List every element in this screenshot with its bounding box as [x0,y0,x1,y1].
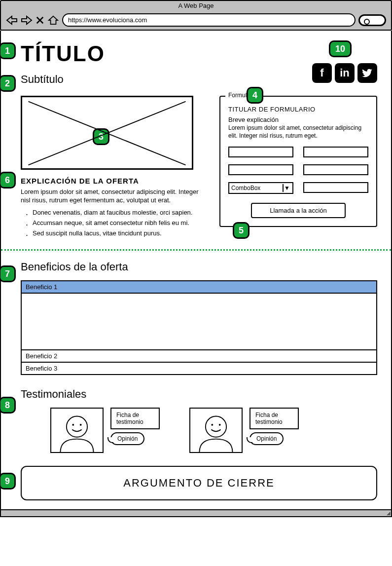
svg-point-0 [67,416,87,437]
testimonial-ficha: Ficha de testimonio [110,408,160,429]
cta-button[interactable]: Llamada a la acción [251,203,346,218]
offer-bullet: Donec venenatis, diam at faucibus molest… [33,209,208,217]
nav-home-icon[interactable] [47,15,59,25]
benefits-heading: Beneficios de la oferta [21,261,377,273]
testimonial-ficha: Ficha de testimonio [249,408,299,429]
benefit-body-1 [21,293,377,350]
form-input-4[interactable] [303,164,368,175]
nav-forward-icon[interactable] [21,15,33,25]
offer-bullet: Accumsan neque, sit amet consectetur nib… [33,219,208,227]
form-input-5[interactable] [303,182,368,193]
annotation-badge-10: 10 [329,40,352,57]
form-input-3[interactable] [228,164,293,175]
form-input-2[interactable] [303,147,368,157]
offer-heading: EXPLICACIÓN DE LA OFERTA [21,177,208,185]
avatar-icon [189,408,243,453]
form-combobox[interactable]: ComboBox ▼ [228,182,293,194]
page-content: 1 2 3 4 5 6 7 8 9 10 TÍTULO f in Subtítu… [0,31,392,510]
address-bar[interactable]: https://www.evoluciona.com [62,13,356,27]
form-title: TITULAR DE FORMULARIO [228,106,368,113]
closing-argument: ARGUMENTO DE CIERRE [21,466,377,500]
facebook-icon[interactable]: f [312,63,332,83]
svg-point-4 [211,424,213,426]
page-title: TÍTULO [21,41,377,66]
offer-text: Lorem ipsum dolor sit amet, consectetur … [21,188,208,205]
svg-point-3 [206,416,226,437]
annotation-badge-6: 6 [0,172,16,189]
testimonial-card: Ficha de testimonio Opinión [189,408,299,453]
benefit-item-2[interactable]: Beneficio 2 [21,350,377,362]
chevron-down-icon: ▼ [283,184,290,192]
social-bar: f in [312,63,377,83]
testimonial-opinion: Opinión [110,432,144,445]
testimonials-row: Ficha de testimonio Opinión Ficha de tes… [50,408,377,453]
testimonials-heading: Testimoniales [21,388,377,401]
benefit-item-3[interactable]: Beneficio 3 [21,362,377,375]
offer-bullet: Sed suscipit nulla lacus, vitae tincidun… [33,229,208,238]
image-placeholder [21,96,193,170]
window-footer: ◢ [0,510,392,517]
annotation-badge-2: 2 [0,75,16,92]
offer-bullets: Donec venenatis, diam at faucibus molest… [33,209,208,238]
form-input-1[interactable] [228,147,293,157]
svg-point-2 [80,424,82,426]
benefit-item-1[interactable]: Beneficio 1 [21,281,377,293]
testimonial-opinion: Opinión [249,432,284,445]
annotation-badge-4: 4 [247,87,263,104]
form-panel: Formulario TITULAR DE FORMULARIO Breve e… [219,96,377,227]
annotation-badge-5: 5 [233,222,249,239]
annotation-badge-8: 8 [0,397,16,414]
twitter-icon[interactable] [357,63,377,83]
annotation-badge-7: 7 [0,265,16,282]
combobox-label: ComboBox [231,185,260,191]
search-pill[interactable] [358,14,386,26]
avatar-icon [50,408,104,453]
form-text: Lorem ipsum dolor sit amet, consectetur … [228,124,368,140]
browser-tab-title: A Web Page [1,1,391,10]
form-subtitle: Breve explicación [228,116,368,123]
resize-handle-icon[interactable]: ◢ [387,510,391,516]
browser-toolbar: https://www.evoluciona.com [1,10,391,30]
svg-point-5 [219,424,221,426]
section-divider [1,249,391,251]
svg-point-1 [72,424,74,426]
browser-window: A Web Page https://www.evoluciona.com [0,0,392,31]
annotation-badge-9: 9 [0,473,16,490]
annotation-badge-1: 1 [0,42,16,59]
nav-back-icon[interactable] [6,15,18,25]
testimonial-card: Ficha de testimonio Opinión [50,408,160,453]
benefits-accordion: Beneficio 1 Beneficio 2 Beneficio 3 [21,280,377,375]
nav-stop-icon[interactable] [36,15,44,25]
linkedin-icon[interactable]: in [335,63,355,83]
